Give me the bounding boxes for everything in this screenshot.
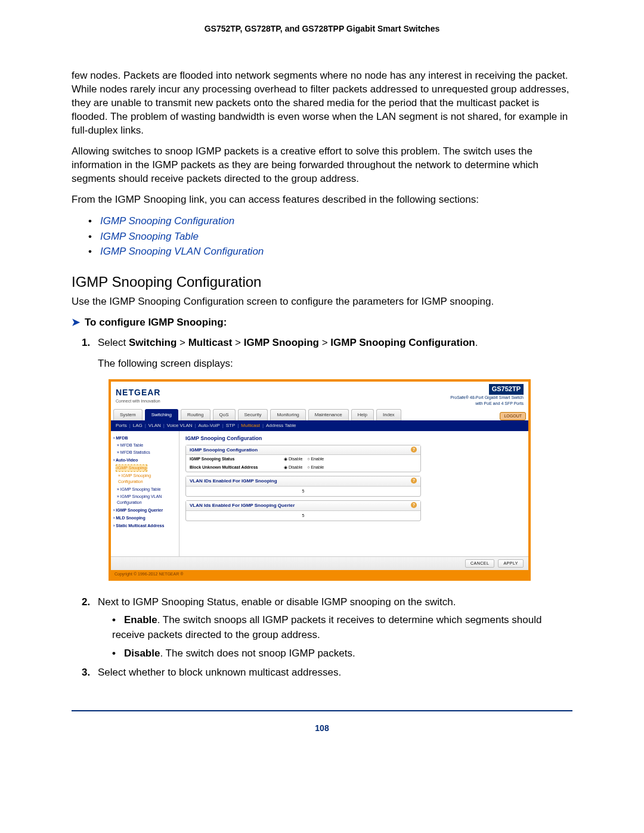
subtab[interactable]: Auto-VoIP xyxy=(199,422,220,429)
side-link[interactable]: » IGMP Snooping Table xyxy=(117,487,177,493)
help-icon[interactable]: ? xyxy=(411,478,417,484)
paragraph: From the IGMP Snooping link, you can acc… xyxy=(72,193,572,207)
tab-security[interactable]: Security xyxy=(238,409,268,420)
step: Next to IGMP Snooping Status, enable or … xyxy=(93,595,572,661)
sub-item: Disable. The switch does not snoop IGMP … xyxy=(112,646,572,661)
radio-disable[interactable]: ◉ Disable xyxy=(284,457,302,461)
subtab[interactable]: Address Table xyxy=(266,422,296,429)
panel-value: 5 xyxy=(186,511,420,521)
section-heading: IGMP Snooping Configuration xyxy=(72,274,572,290)
subtab[interactable]: Voice VLAN xyxy=(167,422,193,429)
step: Select Switching > Multicast > IGMP Snoo… xyxy=(93,336,572,581)
apply-button[interactable]: APPLY xyxy=(498,559,524,568)
row-label: Block Unknown Multicast Address xyxy=(190,465,279,470)
brand-tagline: Connect with Innovation xyxy=(116,398,160,404)
tab-monitoring[interactable]: Monitoring xyxy=(270,409,305,420)
copyright: Copyright © 1996-2012 NETGEAR ® xyxy=(111,570,528,578)
sub-item: Enable. The switch snoops all IGMP packe… xyxy=(112,613,572,642)
cancel-button[interactable]: CANCEL xyxy=(465,559,494,568)
side-group[interactable]: › Auto-Video xyxy=(113,457,177,463)
side-group[interactable]: › Static Multicast Address xyxy=(113,523,177,529)
subtab[interactable]: STP xyxy=(226,422,236,429)
side-link-selected[interactable]: » IGMP Snooping Configuration xyxy=(118,473,177,485)
model-info: GS752TP ProSafe® 48-Port Gigabit Smart S… xyxy=(450,384,524,407)
panel-value: 5 xyxy=(186,487,420,496)
panel-main-title: IGMP Snooping Configuration xyxy=(185,435,421,442)
side-link[interactable]: » IGMP Snooping VLAN Configuration xyxy=(117,494,177,506)
paragraph: Allowing switches to snoop IGMP packets … xyxy=(72,145,572,186)
subtab[interactable]: VLAN xyxy=(148,422,161,429)
side-group[interactable]: › MLD Snooping xyxy=(113,515,177,521)
section-link[interactable]: IGMP Snooping VLAN Configuration xyxy=(88,244,572,259)
page-number: 108 xyxy=(72,723,572,733)
side-link[interactable]: » MFDB Statistics xyxy=(117,450,177,456)
side-group-selected[interactable]: IGMP Snooping xyxy=(116,465,147,472)
row-label: IGMP Snooping Status xyxy=(190,456,279,462)
paragraph: few nodes. Packets are flooded into netw… xyxy=(72,69,572,138)
help-icon[interactable]: ? xyxy=(411,447,417,453)
section-link[interactable]: IGMP Snooping Table xyxy=(88,229,572,244)
section-link-list: IGMP Snooping Configuration IGMP Snoopin… xyxy=(88,213,572,259)
section-link[interactable]: IGMP Snooping Configuration xyxy=(88,213,572,229)
tab-help[interactable]: Help xyxy=(351,409,374,420)
side-link[interactable]: » MFDB Table xyxy=(117,442,177,448)
paragraph: Use the IGMP Snooping Configuration scre… xyxy=(72,295,572,309)
radio-enable[interactable]: ○ Enable xyxy=(307,465,324,469)
main-tab-bar: System Switching Routing QoS Security Mo… xyxy=(111,408,528,420)
subtab[interactable]: LAG xyxy=(133,422,143,429)
sidebar: › MFDB » MFDB Table » MFDB Statistics › … xyxy=(111,431,179,556)
tab-index[interactable]: Index xyxy=(376,409,401,420)
vlan-querier-panel: VLAN Ids Enabled For IGMP Snooping Queri… xyxy=(185,500,421,521)
tab-routing[interactable]: Routing xyxy=(181,409,210,420)
tab-switching[interactable]: Switching xyxy=(145,409,178,420)
brand-logo: NETGEAR xyxy=(116,386,160,398)
side-group[interactable]: › MFDB xyxy=(113,435,177,441)
config-panel: IGMP Snooping Configuration? IGMP Snoopi… xyxy=(185,445,421,473)
tab-system[interactable]: System xyxy=(113,409,143,420)
radio-disable[interactable]: ◉ Disable xyxy=(284,465,302,469)
vlan-snooping-panel: VLAN IDs Enabled For IGMP Snooping? 5 xyxy=(185,476,421,497)
doc-title: GS752TP, GS728TP, and GS728TPP Gigabit S… xyxy=(72,24,572,33)
arrow-icon: ➤ xyxy=(72,317,80,328)
ui-screenshot: NETGEAR Connect with Innovation GS752TP … xyxy=(109,379,531,581)
subtab[interactable]: Ports xyxy=(116,422,127,429)
help-icon[interactable]: ? xyxy=(411,502,417,508)
logout-button[interactable]: LOGOUT xyxy=(500,412,526,420)
sub-tab-bar: Ports| LAG| VLAN| Voice VLAN| Auto-VoIP|… xyxy=(111,420,528,431)
step: Select whether to block unknown multicas… xyxy=(93,665,572,680)
radio-enable[interactable]: ○ Enable xyxy=(307,457,324,461)
subtab-active[interactable]: Multicast xyxy=(241,422,260,429)
side-group[interactable]: › IGMP Snooping Querier xyxy=(113,507,177,513)
tab-qos[interactable]: QoS xyxy=(213,409,236,420)
procedure-heading: ➤To configure IGMP Snooping: xyxy=(72,316,572,329)
footer-rule xyxy=(72,710,572,711)
tab-maintenance[interactable]: Maintenance xyxy=(308,409,349,420)
